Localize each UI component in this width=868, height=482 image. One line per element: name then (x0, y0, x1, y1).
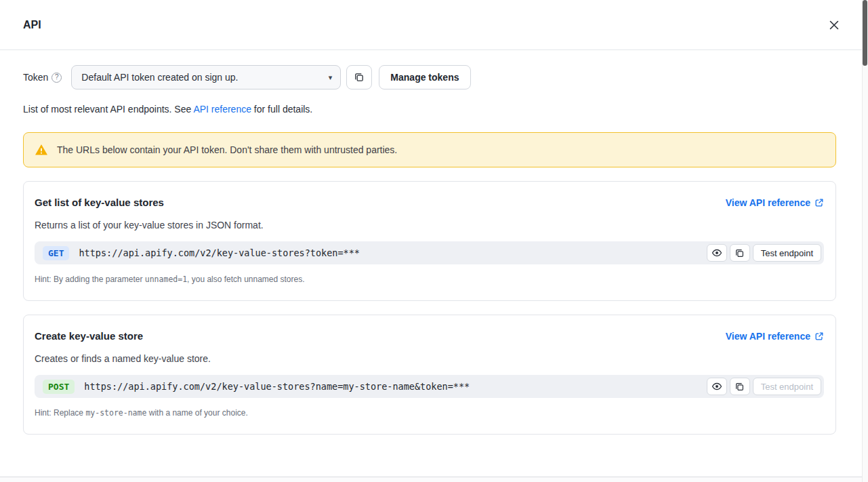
reveal-token-button[interactable] (707, 244, 727, 262)
http-method-badge: POST (43, 380, 75, 394)
chevron-down-icon: ▾ (329, 73, 333, 82)
endpoint-card-create-store: Create key-value store View API referenc… (23, 315, 836, 435)
endpoint-url: https://api.apify.com/v2/key-value-store… (79, 247, 703, 258)
help-icon[interactable]: ? (51, 73, 62, 83)
view-api-reference-label: View API reference (726, 331, 810, 342)
copy-token-button[interactable] (346, 65, 372, 89)
warning-text: The URLs below contain your API token. D… (57, 144, 397, 155)
token-label: Token (23, 72, 48, 83)
warning-banner: The URLs below contain your API token. D… (23, 132, 836, 167)
copy-icon (354, 72, 365, 83)
copy-url-button[interactable] (730, 378, 750, 395)
copy-icon (735, 248, 745, 258)
card-description: Returns a list of your key-value stores … (35, 220, 824, 230)
endpoint-url-bar: GET https://api.apify.com/v2/key-value-s… (35, 241, 824, 264)
endpoint-card-get-list: Get list of key-value stores View API re… (23, 181, 836, 301)
http-method-badge: GET (43, 246, 69, 260)
manage-tokens-button[interactable]: Manage tokens (379, 65, 470, 89)
intro-text: List of most relevant API endpoints. See… (23, 104, 836, 115)
card-header: Create key-value store View API referenc… (35, 330, 824, 342)
card-title: Get list of key-value stores (35, 197, 164, 208)
endpoint-url: https://api.apify.com/v2/key-value-store… (84, 381, 703, 392)
reveal-token-button[interactable] (707, 378, 727, 395)
modal-bottom-edge (0, 477, 862, 482)
close-button[interactable] (826, 17, 842, 33)
endpoint-url-bar: POST https://api.apify.com/v2/key-value-… (35, 375, 824, 398)
close-icon (829, 20, 840, 31)
view-api-reference-link[interactable]: View API reference (726, 331, 824, 342)
modal-content: Token ? Default API token created on sig… (0, 50, 868, 435)
api-reference-link[interactable]: API reference (193, 104, 251, 115)
card-description: Creates or finds a named key-value store… (35, 353, 824, 364)
hint-text-after: with a name of your choice. (146, 408, 247, 418)
hint-code: unnamed=1 (145, 275, 187, 284)
test-endpoint-button[interactable]: Test endpoint (753, 244, 821, 262)
warning-icon (35, 143, 48, 157)
intro-text-after: for full details. (251, 104, 312, 115)
hint-text-before: Hint: By adding the parameter (35, 275, 145, 284)
card-title: Create key-value store (35, 330, 143, 342)
hint-text-before: Hint: Replace (35, 408, 85, 418)
token-row: Token ? Default API token created on sig… (23, 65, 836, 89)
copy-url-button[interactable] (730, 244, 750, 262)
copy-icon (735, 382, 745, 392)
hint-code: my-store-name (85, 408, 146, 418)
card-hint: Hint: By adding the parameter unnamed=1,… (35, 275, 824, 284)
eye-icon (711, 381, 722, 392)
scrollbar[interactable] (862, 0, 868, 482)
test-endpoint-button[interactable]: Test endpoint (753, 378, 821, 395)
token-select[interactable]: Default API token created on sign up. ▾ (71, 65, 341, 89)
modal-header: API (0, 0, 868, 50)
view-api-reference-link[interactable]: View API reference (726, 197, 824, 208)
scrollbar-thumb[interactable] (863, 0, 867, 66)
card-header: Get list of key-value stores View API re… (35, 197, 824, 208)
eye-icon (711, 247, 722, 258)
external-link-icon (814, 332, 824, 341)
intro-text-before: List of most relevant API endpoints. See (23, 104, 193, 115)
external-link-icon (814, 198, 824, 207)
card-hint: Hint: Replace my-store-name with a name … (35, 408, 824, 418)
hint-text-after: , you also fetch unnamed stores. (187, 275, 304, 284)
token-select-value: Default API token created on sign up. (81, 72, 238, 83)
view-api-reference-label: View API reference (726, 197, 810, 208)
modal-title: API (23, 19, 41, 31)
